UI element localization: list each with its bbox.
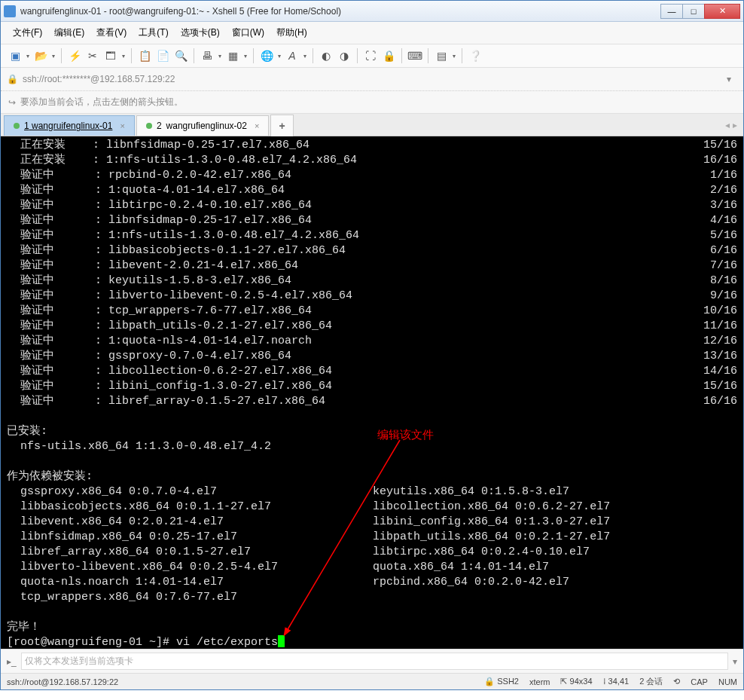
toolbar-separator <box>462 48 462 63</box>
toolbar-separator <box>194 48 194 63</box>
disconnect-button[interactable]: ✂ <box>84 47 101 64</box>
fullscreen-button[interactable]: ⛶ <box>362 47 379 64</box>
terminal-line: 验证中 : libverto-libevent-0.2.5-4.el7.x86_… <box>7 289 737 304</box>
toolbar-separator <box>253 48 254 63</box>
terminal-icon: ▸_ <box>7 656 17 667</box>
status-sessions: 2 会话 <box>639 676 663 687</box>
address-text[interactable]: ssh://root:********@192.168.57.129:22 <box>23 74 716 84</box>
layout-button[interactable]: ▦ <box>224 47 249 64</box>
status-dot-icon <box>14 123 20 129</box>
tab-next-button[interactable]: ▸ <box>733 120 737 130</box>
menu-tab[interactable]: 选项卡(B) <box>175 23 226 42</box>
address-dropdown-button[interactable]: ▾ <box>721 71 737 87</box>
terminal-line: 验证中 : libbasicobjects-0.1.1-27.el7.x86_6… <box>7 243 737 258</box>
help-button[interactable]: ❔ <box>467 47 483 64</box>
maximize-button[interactable]: □ <box>682 4 705 19</box>
toolbar-separator <box>401 48 402 63</box>
menu-file[interactable]: 文件(F) <box>7 23 48 42</box>
tab-prev-button[interactable]: ◂ <box>725 120 730 130</box>
tab-bar: 1 wangruifenglinux-01 × 2 wangrufienglin… <box>1 114 743 136</box>
web-button[interactable]: 🌐 <box>258 47 282 64</box>
minimize-button[interactable]: — <box>660 4 683 19</box>
tab-number: 1 <box>24 121 29 131</box>
open-button[interactable]: 📂 <box>32 47 56 64</box>
terminal-line: 验证中 : tcp_wrappers-7.6-77.el7.x86_6410/1… <box>7 304 737 319</box>
app-window: wangruifenglinux-01 - root@wangruifeng-0… <box>0 0 744 690</box>
terminal-line: 验证中 : libevent-2.0.21-4.el7.x86_647/16 <box>7 258 737 274</box>
terminal-line: 验证中 : libpath_utils-0.2.1-27.el7.x86_641… <box>7 319 737 334</box>
reconnect-button[interactable]: ⚡ <box>66 47 83 64</box>
status-dot-icon <box>146 123 152 129</box>
tab-close-icon[interactable]: × <box>120 121 124 130</box>
send-options-button[interactable]: ▾ <box>733 656 737 667</box>
tab-session-1[interactable]: 1 wangruifenglinux-01 × <box>4 115 135 136</box>
terminal-line: 验证中 : gssproxy-0.7.0-4.el7.x86_6413/16 <box>7 349 737 364</box>
view-mode-button[interactable]: ▤ <box>433 47 457 64</box>
terminal-line: 验证中 : libref_array-0.1.5-27.el7.x86_6416… <box>7 394 737 409</box>
svg-line-0 <box>287 440 400 631</box>
menu-window[interactable]: 窗口(W) <box>226 23 270 42</box>
terminal-line: 验证中 : libtirpc-0.2.4-0.10.el7.x86_643/16 <box>7 198 737 213</box>
toolbar-separator <box>313 48 313 63</box>
menu-edit[interactable]: 编辑(E) <box>48 23 90 42</box>
status-connection: ssh://root@192.168.57.129:22 <box>7 677 118 686</box>
terminal-line: 验证中 : libini_config-1.3.0-27.el7.x86_641… <box>7 379 737 394</box>
lock-button[interactable]: 🔒 <box>380 47 397 64</box>
app-icon <box>4 5 16 17</box>
send-bar: ▸_ 仅将文本发送到当前选项卡 ▾ <box>1 649 743 673</box>
annotation-arrow-icon <box>279 436 407 640</box>
terminal-line: 验证中 : rpcbind-0.2.0-42.el7.x86_641/16 <box>7 168 737 183</box>
font-button[interactable]: A <box>284 47 308 64</box>
menu-tools[interactable]: 工具(T) <box>133 23 174 42</box>
terminal-line: 验证中 : keyutils-1.5.8-3.el7.x86_648/16 <box>7 274 737 289</box>
toolbar-separator <box>131 48 132 63</box>
tool-a-button[interactable]: ◐ <box>318 47 334 64</box>
arrow-icon[interactable]: ↪ <box>8 97 16 108</box>
menu-view[interactable]: 查看(V) <box>90 23 133 42</box>
properties-button[interactable]: 🗔 <box>102 47 127 64</box>
send-input[interactable]: 仅将文本发送到当前选项卡 <box>21 653 728 670</box>
terminal-line: 验证中 : 1:nfs-utils-1.3.0-0.48.el7_4.2.x86… <box>7 228 737 243</box>
status-proto: 🔒 SSH2 <box>484 677 519 686</box>
tab-number: 2 <box>157 121 162 131</box>
tab-session-2[interactable]: 2 wangrufienglinux-02 × <box>136 115 270 136</box>
addressbar: 🔒 ssh://root:********@192.168.57.129:22 … <box>1 68 743 91</box>
menu-help[interactable]: 帮助(H) <box>270 23 313 42</box>
titlebar[interactable]: wangruifenglinux-01 - root@wangruifeng-0… <box>1 1 743 22</box>
toolbar-separator <box>61 48 62 63</box>
tab-label: wangruifenglinux-01 <box>32 121 112 131</box>
print-button[interactable]: 🖶 <box>199 47 223 64</box>
find-button[interactable]: 🔍 <box>172 47 189 64</box>
status-size: ⇱ 94x34 <box>560 677 592 686</box>
status-link-icon: ⟲ <box>673 677 680 686</box>
toolbar: ▣ 📂 ⚡ ✂ 🗔 📋 📄 🔍 🖶 ▦ 🌐 A ◐ ◑ ⛶ 🔒 ⌨ ▤ ❔ <box>1 44 743 68</box>
new-session-button[interactable]: ▣ <box>7 47 31 64</box>
terminal-line: 正在安装 : libnfsidmap-0.25-17.el7.x86_6415/… <box>7 138 737 153</box>
terminal-line: 验证中 : 1:quota-nls-4.01-14.el7.noarch12/1… <box>7 334 737 349</box>
hint-bar: ↪ 要添加当前会话，点击左侧的箭头按钮。 <box>1 91 743 114</box>
hint-text: 要添加当前会话，点击左侧的箭头按钮。 <box>20 96 183 109</box>
lock-icon: 🔒 <box>7 74 18 84</box>
window-title: wangruifenglinux-01 - root@wangruifeng-0… <box>20 6 661 17</box>
toolbar-separator <box>357 48 358 63</box>
status-term: xterm <box>529 677 550 686</box>
terminal[interactable]: 编辑该文件 正在安装 : libnfsidmap-0.25-17.el7.x86… <box>1 136 743 649</box>
keyboard-button[interactable]: ⌨ <box>407 47 423 64</box>
close-button[interactable]: ✕ <box>704 4 740 19</box>
copy-button[interactable]: 📋 <box>136 47 153 64</box>
status-num: NUM <box>718 677 737 686</box>
tab-nav: ◂ ▸ <box>719 120 743 130</box>
terminal-line: 正在安装 : 1:nfs-utils-1.3.0-0.48.el7_4.2.x8… <box>7 153 737 168</box>
tool-b-button[interactable]: ◑ <box>336 47 352 64</box>
terminal-line: 验证中 : libcollection-0.6.2-27.el7.x86_641… <box>7 364 737 379</box>
menubar: 文件(F) 编辑(E) 查看(V) 工具(T) 选项卡(B) 窗口(W) 帮助(… <box>1 22 743 44</box>
terminal-line: 验证中 : 1:quota-4.01-14.el7.x86_642/16 <box>7 183 737 198</box>
tab-label: wangrufienglinux-02 <box>166 121 247 131</box>
terminal-line: 验证中 : libnfsidmap-0.25-17.el7.x86_644/16 <box>7 213 737 228</box>
new-tab-button[interactable]: + <box>270 115 293 136</box>
status-cap: CAP <box>691 677 708 686</box>
tab-close-icon[interactable]: × <box>255 121 259 130</box>
paste-button[interactable]: 📄 <box>154 47 171 64</box>
status-pos: ⁞ 34,41 <box>603 677 630 686</box>
toolbar-separator <box>428 48 428 63</box>
